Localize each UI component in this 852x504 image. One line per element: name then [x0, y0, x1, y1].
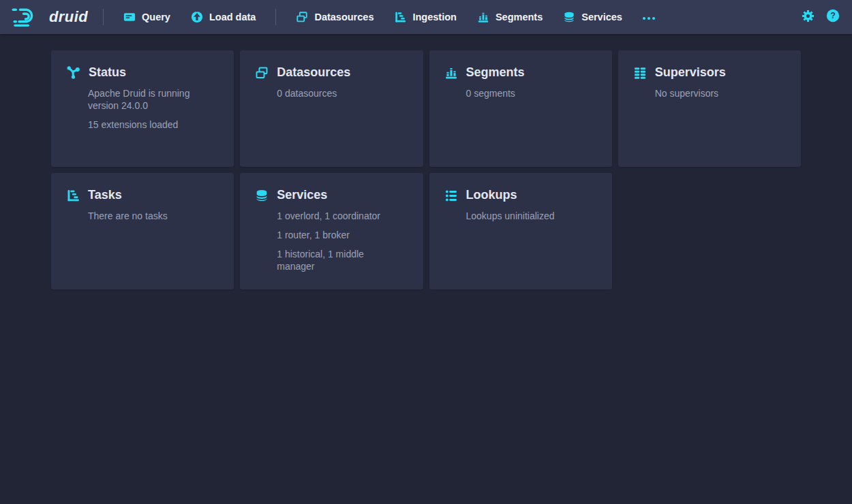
nav-item-label: Load data [209, 12, 256, 22]
query-icon [123, 11, 136, 23]
gantt-chart-icon [66, 189, 80, 202]
settings-button[interactable] [802, 10, 815, 25]
graph-icon [66, 65, 80, 80]
help-button[interactable]: ? [826, 9, 840, 25]
ingestion-icon [394, 11, 406, 23]
card-line: There are no tasks [88, 210, 207, 222]
card-line: 0 segments [466, 87, 585, 99]
card-line: 0 datasources [277, 87, 395, 99]
card-line: 1 historical, 1 middle manager [277, 248, 395, 272]
properties-list-icon [444, 189, 458, 202]
nav-item-label: Ingestion [412, 12, 456, 22]
card-line: Apache Druid is running version 24.0.0 [88, 87, 207, 112]
card-line: 1 router, 1 broker [277, 229, 395, 241]
card-title: Services [277, 188, 327, 203]
card-line: No supervisors [655, 87, 774, 99]
database-icon [255, 189, 269, 202]
card-title: Lookups [466, 188, 517, 203]
datasources-icon [296, 11, 308, 23]
nav-item-query[interactable]: Query [113, 0, 181, 34]
segments-icon [477, 11, 489, 23]
druid-home-link[interactable]: druid [11, 4, 91, 30]
load-data-icon [191, 11, 203, 23]
nav-item-label: Query [142, 12, 170, 22]
brand-text: druid [49, 10, 91, 25]
card-title: Supervisors [655, 65, 726, 80]
card-segments[interactable]: Segments 0 segments [429, 50, 612, 167]
druid-logo-icon [11, 4, 44, 30]
list-columns-icon [633, 66, 647, 80]
more-menu-button[interactable] [633, 0, 665, 34]
nav-item-label: Services [581, 12, 622, 22]
home-cards-grid: Status Apache Druid is running version 2… [0, 34, 852, 289]
card-title: Datasources [277, 65, 350, 80]
card-tasks[interactable]: Tasks There are no tasks [51, 173, 234, 289]
svg-text:?: ? [830, 11, 836, 20]
card-lookups[interactable]: Lookups Lookups uninitialized [429, 173, 612, 289]
card-status[interactable]: Status Apache Druid is running version 2… [51, 50, 234, 167]
help-icon: ? [826, 9, 840, 25]
card-line: 1 overlord, 1 coordinator [277, 210, 395, 222]
card-line: Lookups uninitialized [466, 210, 585, 222]
card-supervisors[interactable]: Supervisors No supervisors [618, 50, 801, 167]
card-line: 15 extensions loaded [88, 119, 207, 131]
more-icon [642, 11, 656, 23]
card-services[interactable]: Services 1 overlord, 1 coordinator 1 rou… [240, 173, 423, 289]
nav-item-datasources[interactable]: Datasources [286, 0, 384, 34]
nav-item-ingestion[interactable]: Ingestion [384, 0, 466, 34]
datasources-icon [255, 66, 269, 80]
nav-item-services[interactable]: Services [553, 0, 633, 34]
navbar-right: ? [802, 9, 840, 25]
card-title: Status [89, 65, 126, 80]
nav-item-segments[interactable]: Segments [467, 0, 553, 34]
card-title: Segments [466, 65, 525, 80]
card-title: Tasks [88, 188, 122, 203]
top-navbar: druid Query Load data [0, 0, 852, 34]
card-datasources[interactable]: Datasources 0 datasources [240, 50, 423, 167]
services-icon [563, 11, 575, 23]
navbar-divider [103, 9, 104, 25]
nav-item-label: Datasources [314, 12, 374, 22]
gear-icon [802, 10, 815, 25]
segments-icon [444, 66, 458, 80]
navbar-divider [275, 9, 276, 25]
nav-item-load-data[interactable]: Load data [181, 0, 266, 34]
nav-item-label: Segments [496, 12, 543, 22]
